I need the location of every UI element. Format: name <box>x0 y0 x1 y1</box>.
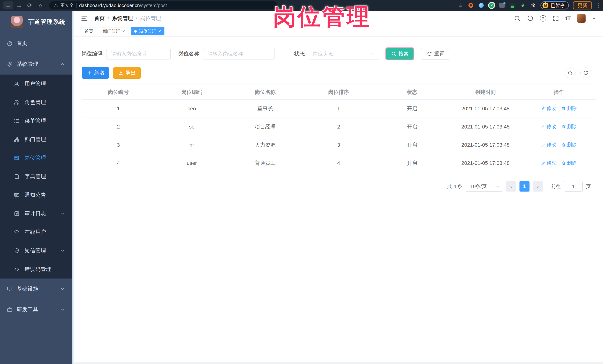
close-icon[interactable]: × <box>122 29 125 34</box>
tab-posts[interactable]: 岗位管理 × <box>131 27 164 35</box>
add-button[interactable]: 新增 <box>82 67 109 79</box>
home-icon[interactable]: ⌂ <box>36 1 45 10</box>
post-code-input[interactable] <box>106 48 171 60</box>
sidebar-item-audit-log[interactable]: 审计日志 <box>0 204 72 223</box>
github-icon[interactable] <box>527 15 533 22</box>
cell-post-name: 董事长 <box>229 99 302 118</box>
delete-link[interactable]: 删除 <box>561 142 577 148</box>
paw-extension-icon[interactable]: ✻ <box>530 2 536 9</box>
content: 首页 / 系统管理 / 岗位管理 tT 首页 <box>74 11 603 364</box>
sidebar-item-online-users[interactable]: 在线用户 <box>0 223 72 242</box>
reset-button[interactable]: 重置 <box>421 48 450 59</box>
green-check-extension-icon[interactable]: ✓ <box>488 2 495 9</box>
search-button[interactable]: 搜索 <box>386 48 414 59</box>
fullscreen-icon[interactable] <box>553 15 559 22</box>
chevron-down-icon <box>60 307 65 312</box>
hamburger-icon[interactable] <box>81 15 88 22</box>
edit-link[interactable]: 修改 <box>541 105 556 112</box>
sidebar-scrollbar[interactable] <box>72 11 74 364</box>
font-size-icon[interactable]: tT <box>566 15 571 22</box>
blue-pin-extension-icon[interactable] <box>478 2 484 9</box>
edit-link[interactable]: 修改 <box>541 160 556 166</box>
delete-link[interactable]: 删除 <box>561 123 577 130</box>
sidebar-item-label: 审计日志 <box>24 210 46 217</box>
security-label[interactable]: 不安全 <box>60 2 74 8</box>
annotation-overlay-title: 岗位管理 <box>273 2 371 32</box>
sidebar-item-label: 通知公告 <box>24 191 46 199</box>
sidebar-item-departments[interactable]: 部门管理 <box>0 130 72 149</box>
tab-departments[interactable]: 部门管理 × <box>99 27 128 35</box>
edit-link[interactable]: 修改 <box>541 142 556 148</box>
page-size-select[interactable]: 10条/页 <box>466 181 503 192</box>
app: 芋道管理系统 首页 系统管理 用户管理 角色管理 <box>0 11 603 364</box>
table-tools <box>565 67 596 78</box>
orange-ring-extension-icon[interactable] <box>468 2 474 9</box>
refresh-icon <box>427 51 432 56</box>
sidebar-item-label: 系统管理 <box>17 60 38 68</box>
url-divider <box>76 3 77 8</box>
cell-post-id: 4 <box>82 154 155 172</box>
browser-menu-icon[interactable]: ⋮ <box>596 2 600 9</box>
sidebar-item-users[interactable]: 用户管理 <box>0 75 72 93</box>
app-logo[interactable]: 芋道管理系统 <box>0 11 72 33</box>
delete-link[interactable]: 删除 <box>561 160 577 166</box>
sidebar-item-roles[interactable]: 角色管理 <box>0 93 72 112</box>
address-bar[interactable]: ⚠ 不安全 dashboard.yudao.iocoder.cn/system/… <box>49 1 277 10</box>
bookmark-star-icon[interactable]: ☆ <box>457 2 464 9</box>
sidebar-item-label: 首页 <box>17 40 27 47</box>
cell-actions: 修改删除 <box>522 154 596 172</box>
url-path: /system/post <box>140 3 167 8</box>
sidebar-item-posts[interactable]: 岗位管理 <box>0 149 72 167</box>
sidebar-item-dev-tools[interactable]: 研发工具 <box>0 299 72 320</box>
sidebar-item-notices[interactable]: 通知公告 <box>0 186 72 204</box>
system-submenu: 用户管理 角色管理 菜单管理 部门管理 岗位管理 <box>0 75 72 278</box>
post-name-input[interactable] <box>203 48 275 60</box>
signal-icon <box>14 229 20 235</box>
sidebar-item-home[interactable]: 首页 <box>0 33 72 54</box>
page-unit-label: 页 <box>586 183 591 190</box>
chevron-down-icon[interactable] <box>592 16 596 21</box>
export-button-label: 导出 <box>126 69 136 76</box>
user-avatar[interactable] <box>577 14 586 23</box>
breadcrumb-home[interactable]: 首页 <box>94 15 105 22</box>
search-icon[interactable] <box>514 15 521 22</box>
export-button[interactable]: 导出 <box>113 67 141 79</box>
forward-icon[interactable]: → <box>14 1 24 10</box>
gray-grid-extension-icon[interactable] <box>499 2 505 9</box>
post-code-label: 岗位编码 <box>82 50 103 57</box>
sidebar-item-menus[interactable]: 菜单管理 <box>0 112 72 130</box>
sidebar-item-infrastructure[interactable]: 基础设施 <box>0 278 72 299</box>
sidebar-item-dictionary[interactable]: 字典管理 <box>0 167 72 186</box>
org-tree-icon <box>14 136 20 143</box>
cell-post-id: 1 <box>82 99 155 118</box>
page-1-button[interactable]: 1 <box>520 181 530 192</box>
green-card-extension-icon[interactable] <box>509 2 516 9</box>
sidebar-item-system[interactable]: 系统管理 <box>0 54 72 75</box>
reload-icon[interactable]: ⟳ <box>25 1 35 10</box>
sprout-extension-icon[interactable]: ❦ <box>520 2 526 9</box>
sidebar-item-sms[interactable]: 短信管理 <box>0 242 72 260</box>
close-icon[interactable]: × <box>158 29 161 34</box>
cell-post-code: ceo <box>155 99 229 118</box>
delete-link[interactable]: 删除 <box>561 105 577 112</box>
profile-paused-badge[interactable]: 已暂停 <box>540 1 569 10</box>
status-select[interactable]: 岗位状态 <box>309 48 379 60</box>
breadcrumb-system[interactable]: 系统管理 <box>112 15 133 22</box>
user-icon <box>14 81 20 87</box>
refresh-button[interactable] <box>580 67 591 78</box>
search-button-label: 搜索 <box>398 50 408 57</box>
back-icon[interactable]: ← <box>3 1 13 10</box>
sidebar-item-label: 岗位管理 <box>24 154 46 162</box>
tab-home[interactable]: 首页 <box>81 27 97 35</box>
goto-page-input[interactable] <box>564 181 583 192</box>
help-icon[interactable] <box>540 15 546 22</box>
edit-link[interactable]: 修改 <box>541 123 556 130</box>
search-toggle-button[interactable] <box>565 67 576 78</box>
sidebar-item-label: 角色管理 <box>24 99 46 106</box>
horizontal-scrollbar[interactable] <box>74 362 603 364</box>
next-page-button[interactable]: › <box>533 181 543 192</box>
browser-update-button[interactable]: 更新 <box>573 1 592 10</box>
sidebar-item-label: 研发工具 <box>17 306 38 313</box>
prev-page-button[interactable]: ‹ <box>506 181 516 192</box>
sidebar-item-error-codes[interactable]: 错误码管理 <box>0 260 72 278</box>
